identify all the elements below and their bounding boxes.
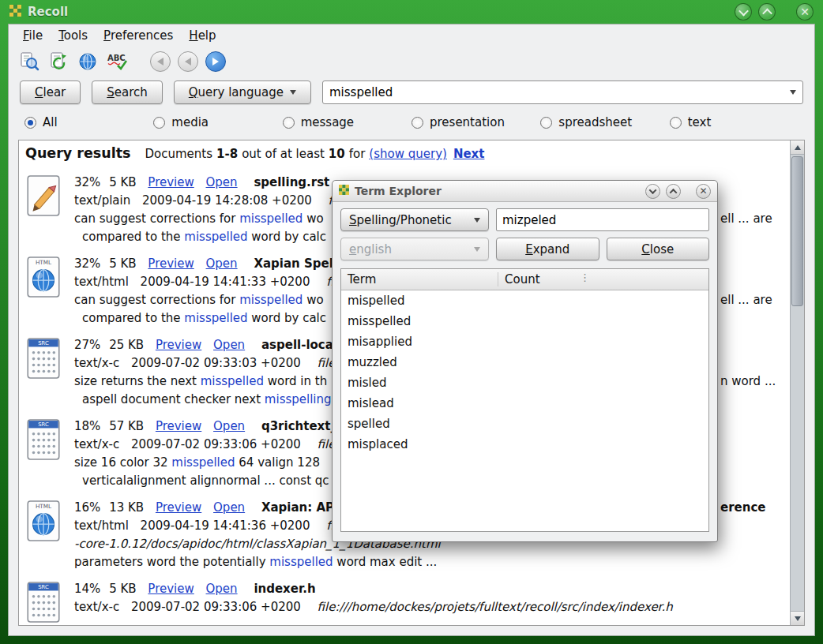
filter-spreadsheet[interactable]: spreadsheet <box>540 115 669 129</box>
result-percent: 32% <box>74 175 100 189</box>
chevron-down-icon[interactable] <box>790 90 796 95</box>
preview-link[interactable]: Preview <box>156 419 201 433</box>
result-mime: text/x-c <box>74 356 119 370</box>
scroll-up-button[interactable] <box>791 140 804 155</box>
scrollbar-thumb[interactable] <box>791 156 803 306</box>
term-row[interactable]: misspelled <box>341 311 708 331</box>
show-query-link[interactable]: (show query) <box>369 147 447 161</box>
search-row: Clear Search Query language <box>9 77 814 108</box>
radio-icon <box>412 117 423 129</box>
term-row[interactable]: misplaced <box>341 434 708 455</box>
result-percent: 14% <box>74 582 100 596</box>
open-link[interactable]: Open <box>206 256 238 271</box>
result-size: 13 KB <box>109 500 144 515</box>
preview-link[interactable]: Preview <box>148 175 194 189</box>
open-link[interactable]: Open <box>213 338 245 352</box>
filter-all[interactable]: All <box>24 115 153 129</box>
snippet-text: aspell document checker next <box>82 392 265 406</box>
table-view-icon[interactable] <box>77 51 99 73</box>
window-titlebar[interactable]: Recoll ✕ <box>0 0 823 24</box>
next-page-button[interactable] <box>205 51 226 72</box>
menu-help[interactable]: Help <box>181 26 224 45</box>
result-line-1: 14% 5 KB Preview Open indexer.h <box>74 580 791 598</box>
snippet-line: parameters word the potentially misspell… <box>74 553 791 571</box>
clear-button[interactable]: Clear <box>20 80 81 104</box>
chevron-up-icon <box>762 8 772 18</box>
close-dialog-button[interactable]: Close <box>607 238 710 260</box>
term-table-body: mispelledmisspelledmisappliedmuzzledmisl… <box>341 290 708 531</box>
preview-link[interactable]: Preview <box>148 582 194 596</box>
expand-mode-dropdown[interactable]: Spelling/Phonetic <box>340 208 489 231</box>
query-mode-dropdown[interactable]: Query language <box>174 80 311 104</box>
preview-link[interactable]: Preview <box>148 256 194 271</box>
term-explorer-icon[interactable]: ABC <box>106 51 128 73</box>
snippet-text: word by calc <box>248 230 326 244</box>
query-details-icon[interactable] <box>18 51 40 73</box>
first-page-button[interactable] <box>150 51 171 72</box>
expand-button[interactable]: Expand <box>496 238 599 260</box>
results-scrollbar[interactable] <box>790 140 804 625</box>
document-icon: SRC <box>25 580 74 625</box>
result-date: 2009-04-19 14:41:36 +0200 <box>141 519 310 533</box>
menu-tools[interactable]: Tools <box>51 26 96 45</box>
highlighted-term: misspelled <box>201 374 264 388</box>
dialog-row-2: english Expand Close <box>340 238 709 260</box>
language-dropdown: english <box>340 238 489 260</box>
chevron-down-icon <box>290 90 296 95</box>
dialog-close-button[interactable]: ✕ <box>696 184 711 199</box>
filter-presentation[interactable]: presentation <box>412 115 540 129</box>
update-index-icon[interactable] <box>47 51 70 73</box>
close-button[interactable]: ✕ <box>796 3 814 21</box>
scroll-down-button[interactable] <box>791 611 804 625</box>
result-size: 5 KB <box>109 582 136 596</box>
result-path: file:///home/dockes/projets/fulltext/rec… <box>318 600 673 614</box>
result-mime: text/html <box>74 519 129 533</box>
term-row[interactable]: spelled <box>341 414 708 434</box>
column-menu-icon[interactable]: ⋮ <box>580 271 590 283</box>
open-link[interactable]: Open <box>213 419 245 433</box>
menu-file[interactable]: File <box>15 26 51 45</box>
radio-icon <box>153 117 165 129</box>
result-title: Xapian Spelli <box>254 256 341 271</box>
term-row[interactable]: muzzled <box>341 352 708 373</box>
preview-link[interactable]: Preview <box>156 338 201 352</box>
result-date: 2009-04-19 14:41:33 +0200 <box>141 275 310 289</box>
snippet-text: 64 valign 128 <box>235 455 320 470</box>
highlighted-term: misspelling <box>265 392 332 406</box>
column-header-term[interactable]: Term <box>341 272 498 286</box>
preview-link[interactable]: Preview <box>156 500 201 515</box>
result-range: 1-8 <box>216 147 238 161</box>
term-row[interactable]: misapplied <box>341 331 708 352</box>
document-icon: HTML <box>25 255 74 328</box>
filter-text[interactable]: text <box>670 115 799 129</box>
open-link[interactable]: Open <box>206 582 238 596</box>
menu-preferences[interactable]: Preferences <box>96 26 181 45</box>
minimize-button[interactable] <box>735 3 752 21</box>
term-table-header[interactable]: Term Count ⋮ <box>341 269 708 290</box>
dialog-titlebar[interactable]: Term Explorer ✕ <box>333 181 717 202</box>
svg-text:SRC: SRC <box>38 584 49 590</box>
prev-page-button[interactable] <box>178 51 198 72</box>
dialog-maximize-button[interactable] <box>666 184 681 199</box>
snippet-text: verticalalignment alignnormal ... const … <box>82 474 329 488</box>
maximize-button[interactable] <box>758 3 776 21</box>
term-row[interactable]: misled <box>341 373 708 393</box>
dialog-minimize-button[interactable] <box>645 184 660 199</box>
next-page-link[interactable]: Next <box>453 147 485 161</box>
search-input[interactable] <box>323 81 790 103</box>
term-row[interactable]: mislead <box>341 393 708 414</box>
chevron-down-icon <box>649 186 657 194</box>
open-link[interactable]: Open <box>213 500 245 515</box>
open-link[interactable]: Open <box>206 175 238 189</box>
term-input[interactable] <box>497 209 708 230</box>
term-row[interactable]: mispelled <box>341 290 708 311</box>
radio-icon <box>283 117 295 129</box>
search-button[interactable]: Search <box>92 80 163 104</box>
category-filter-row: All media message presentation spreadshe… <box>10 108 813 137</box>
svg-text:SRC: SRC <box>38 340 49 346</box>
term-cell: spelled <box>341 417 498 431</box>
filter-media[interactable]: media <box>153 115 282 129</box>
snippet-text: wo <box>303 293 323 307</box>
filter-message[interactable]: message <box>283 115 412 129</box>
column-header-count[interactable]: Count <box>498 272 578 286</box>
